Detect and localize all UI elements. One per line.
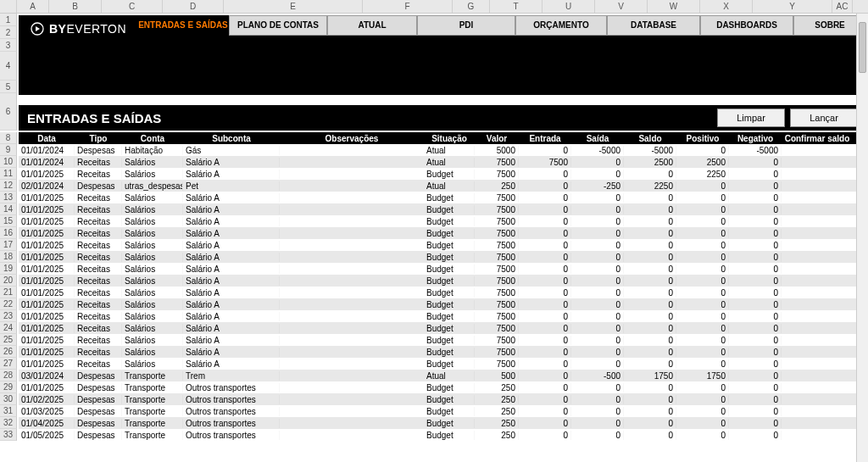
table-cell[interactable]: Transporte xyxy=(122,419,183,428)
table-cell[interactable]: Salário A xyxy=(183,205,280,214)
table-cell[interactable]: Despesas xyxy=(75,395,122,404)
table-cell[interactable]: Salários xyxy=(122,217,183,226)
table-cell[interactable]: Receitas xyxy=(75,253,122,262)
table-cell[interactable]: 0 xyxy=(571,395,624,404)
table-cell[interactable]: Receitas xyxy=(75,158,122,167)
table-cell[interactable]: Salários xyxy=(122,288,183,298)
table-cell[interactable]: 0 xyxy=(624,336,676,345)
table-cell[interactable]: Salários xyxy=(122,193,183,203)
table-cell[interactable]: 0 xyxy=(624,395,676,404)
table-cell[interactable]: 0 xyxy=(571,336,624,345)
table-header-cell[interactable]: Subconta xyxy=(183,134,280,143)
table-cell[interactable]: 7500 xyxy=(475,288,519,298)
column-header[interactable]: T xyxy=(490,0,542,13)
table-cell[interactable]: Budget xyxy=(424,336,475,345)
table-cell[interactable]: Budget xyxy=(424,300,475,309)
table-cell[interactable]: 0 xyxy=(729,324,782,333)
row-number[interactable]: 19 xyxy=(0,263,17,275)
table-cell[interactable]: Outros transportes xyxy=(183,407,280,416)
table-cell[interactable]: -250 xyxy=(571,181,624,191)
table-cell[interactable]: 0 xyxy=(571,383,624,392)
table-row[interactable]: 01/01/2025ReceitasSaláriosSalário ABudge… xyxy=(19,263,866,275)
table-cell[interactable]: 0 xyxy=(729,419,782,428)
table-cell[interactable]: 01/01/2025 xyxy=(19,205,75,214)
table-cell[interactable]: 250 xyxy=(475,407,519,416)
table-cell[interactable]: 0 xyxy=(729,395,782,404)
table-cell[interactable]: 7500 xyxy=(475,276,519,286)
table-cell[interactable]: 0 xyxy=(676,419,729,428)
table-cell[interactable]: 7500 xyxy=(519,158,571,167)
table-cell[interactable]: 250 xyxy=(475,431,519,440)
table-cell[interactable]: 0 xyxy=(624,193,676,203)
table-cell[interactable]: 0 xyxy=(624,217,676,226)
table-cell[interactable]: Salário A xyxy=(183,158,280,167)
table-cell[interactable]: 01/01/2025 xyxy=(19,312,75,321)
table-cell[interactable]: Receitas xyxy=(75,205,122,214)
table-cell[interactable]: 0 xyxy=(519,407,571,416)
table-cell[interactable]: 7500 xyxy=(475,336,519,345)
table-cell[interactable]: Budget xyxy=(424,193,475,203)
table-cell[interactable]: 5000 xyxy=(475,146,519,155)
table-cell[interactable]: 0 xyxy=(571,312,624,321)
table-cell[interactable]: 2500 xyxy=(676,158,729,167)
table-cell[interactable]: Atual xyxy=(424,146,475,155)
table-cell[interactable]: Despesas xyxy=(75,431,122,440)
table-cell[interactable]: 0 xyxy=(571,205,624,214)
row-number[interactable]: 16 xyxy=(0,227,17,239)
table-cell[interactable]: 0 xyxy=(729,359,782,369)
table-cell[interactable]: Despesas xyxy=(75,383,122,392)
table-cell[interactable]: Budget xyxy=(424,431,475,440)
table-cell[interactable]: 7500 xyxy=(475,300,519,309)
table-header-cell[interactable]: Tipo xyxy=(75,134,122,143)
table-header-cell[interactable]: Saldo xyxy=(624,134,676,143)
submit-button[interactable]: Lançar xyxy=(790,109,858,127)
table-cell[interactable]: 0 xyxy=(519,205,571,214)
row-number[interactable]: 18 xyxy=(0,251,17,263)
table-row[interactable]: 01/01/2025DespesasTransporteOutros trans… xyxy=(19,381,866,393)
table-cell[interactable]: 0 xyxy=(729,407,782,416)
column-header[interactable]: U xyxy=(542,0,595,13)
table-cell[interactable]: Salários xyxy=(122,205,183,214)
nav-tab[interactable]: PDI xyxy=(417,15,515,36)
table-cell[interactable]: 0 xyxy=(676,312,729,321)
table-cell[interactable]: 0 xyxy=(624,312,676,321)
table-header-cell[interactable]: Negativo xyxy=(729,134,782,143)
row-number[interactable]: 8 xyxy=(0,132,17,144)
table-cell[interactable]: Habitação xyxy=(122,146,183,155)
table-cell[interactable]: Budget xyxy=(424,312,475,321)
table-cell[interactable]: 0 xyxy=(624,253,676,262)
row-number[interactable]: 22 xyxy=(0,298,17,310)
table-cell[interactable]: 0 xyxy=(729,217,782,226)
table-row[interactable]: 01/04/2025DespesasTransporteOutros trans… xyxy=(19,417,866,429)
table-cell[interactable]: 0 xyxy=(729,170,782,179)
table-cell[interactable]: 0 xyxy=(729,205,782,214)
table-cell[interactable]: Despesas xyxy=(75,419,122,428)
table-cell[interactable]: 0 xyxy=(571,241,624,250)
table-header-cell[interactable]: Observações xyxy=(280,134,424,143)
row-number[interactable]: 13 xyxy=(0,192,17,203)
table-cell[interactable]: 0 xyxy=(676,336,729,345)
table-cell[interactable]: Salário A xyxy=(183,348,280,357)
table-cell[interactable]: Salários xyxy=(122,276,183,286)
column-header[interactable]: Y xyxy=(753,0,832,13)
table-cell[interactable]: 0 xyxy=(571,253,624,262)
table-cell[interactable]: 7500 xyxy=(475,170,519,179)
table-cell[interactable]: 0 xyxy=(676,348,729,357)
table-cell[interactable]: Salário A xyxy=(183,241,280,250)
table-cell[interactable]: 0 xyxy=(519,419,571,428)
row-number[interactable]: 6 xyxy=(0,93,17,131)
table-cell[interactable]: Despesas xyxy=(75,181,122,191)
table-cell[interactable]: 0 xyxy=(676,300,729,309)
table-cell[interactable]: -5000 xyxy=(571,146,624,155)
table-row[interactable]: 01/02/2025DespesasTransporteOutros trans… xyxy=(19,393,866,405)
table-cell[interactable]: 0 xyxy=(571,407,624,416)
table-row[interactable]: 01/01/2024ReceitasSaláriosSalário AAtual… xyxy=(19,156,866,168)
table-cell[interactable]: 0 xyxy=(624,419,676,428)
table-cell[interactable]: Budget xyxy=(424,253,475,262)
table-cell[interactable]: Salários xyxy=(122,348,183,357)
table-cell[interactable]: 0 xyxy=(676,288,729,298)
table-cell[interactable]: Budget xyxy=(424,288,475,298)
table-cell[interactable]: 0 xyxy=(571,288,624,298)
table-cell[interactable]: Pet xyxy=(183,181,280,191)
table-cell[interactable]: 0 xyxy=(729,300,782,309)
